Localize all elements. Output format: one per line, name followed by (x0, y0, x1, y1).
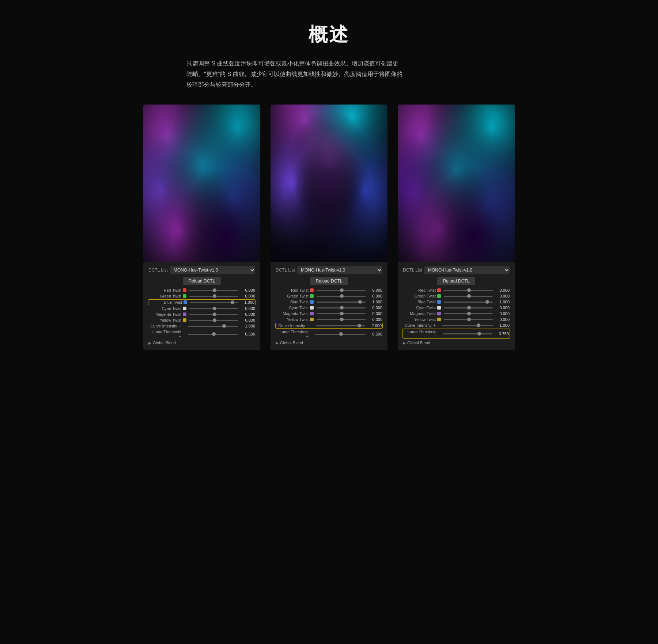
param-label: Magenta Twist (148, 312, 181, 317)
param-row-luma-threshold-2: Luma Threshold + 0.500 (276, 330, 382, 338)
param-row-curve-intensity-2: Curve Intensity + 2.000 (276, 323, 382, 328)
slider-track[interactable] (189, 290, 238, 291)
param-row-red-twist-1: Red Twist 0.000 (148, 288, 255, 292)
slider-track[interactable] (443, 333, 492, 334)
reload-dctl-btn-3[interactable]: Reload DCTL (437, 277, 476, 285)
blue-swatch-3 (437, 300, 441, 304)
reload-dctl-btn-2[interactable]: Reload DCTL (310, 277, 348, 285)
controls-panel-1: DCTL List MONO-Hue-Twist-v1.0 Reload DCT… (143, 262, 260, 350)
slider-track[interactable] (188, 326, 238, 327)
slider-track[interactable] (317, 319, 366, 320)
param-row-magenta-twist-2: Magenta Twist 0.000 (276, 311, 382, 316)
dctl-row-3: DCTL List MONO-Hue-Twist-v1.0 (403, 266, 510, 274)
param-value: 0.000 (368, 294, 382, 298)
param-label: Magenta Twist (403, 311, 436, 316)
param-row-red-twist-2: Red Twist 0.000 (276, 288, 382, 292)
param-label: Blue Twist (149, 300, 182, 304)
page-container: 概述 只需调整 S 曲线强度滑块即可增强或最小化整体色调扭曲效果。增加该值可创建… (128, 0, 530, 379)
header-section: 概述 只需调整 S 曲线强度滑块即可增强或最小化整体色调扭曲效果。增加该值可创建… (143, 22, 515, 90)
global-blend-row-1[interactable]: ▶ Global Blend (148, 341, 255, 345)
slider-track[interactable] (444, 319, 493, 320)
color-preview-2 (271, 105, 387, 262)
param-label: Curve Intensity + (276, 323, 309, 328)
param-label: Green Twist (403, 294, 436, 298)
param-value: 0.000 (241, 306, 255, 311)
chevron-right-icon: ▶ (403, 341, 406, 345)
slider-track[interactable] (444, 296, 493, 297)
param-row-green-twist-2: Green Twist 0.000 (276, 294, 382, 298)
param-value: 0.000 (368, 306, 382, 310)
slider-track[interactable] (189, 314, 238, 315)
param-value: 0.000 (368, 288, 382, 292)
param-label: Luma Threshold + (276, 330, 309, 338)
page-title: 概述 (143, 22, 515, 48)
global-blend-label: Global Blend (407, 341, 430, 345)
panel-3: DCTL List MONO-Hue-Twist-v1.0 Reload DCT… (398, 105, 515, 350)
red-swatch-2 (310, 288, 314, 292)
svg-rect-23 (398, 105, 515, 262)
param-row-curve-intensity-3: Curve Intensity + 1.000 (403, 323, 510, 327)
param-value: 0.000 (496, 306, 510, 310)
color-preview-3 (398, 105, 515, 262)
param-label: Luma Threshold + (404, 329, 436, 338)
yellow-swatch-2 (310, 318, 314, 321)
param-value: 0.000 (496, 311, 510, 316)
slider-track[interactable] (317, 296, 366, 297)
param-label: Cyan Twist (403, 306, 436, 310)
yellow-swatch-3 (437, 318, 441, 321)
slider-track[interactable] (444, 307, 493, 308)
slider-track[interactable] (189, 296, 238, 297)
param-row-blue-twist-1: Blue Twist 1.000 (148, 300, 255, 305)
slider-track[interactable] (315, 334, 366, 335)
red-swatch-1 (183, 288, 186, 292)
reload-dctl-btn-1[interactable]: Reload DCTL (183, 277, 221, 285)
slider-track[interactable] (190, 302, 238, 303)
chevron-right-icon: ▶ (276, 341, 279, 345)
slider-track[interactable] (444, 290, 493, 291)
param-value: 0.000 (496, 288, 510, 292)
param-row-magenta-twist-3: Magenta Twist 0.000 (403, 311, 510, 316)
slider-track[interactable] (189, 320, 238, 321)
slider-track[interactable] (317, 302, 366, 303)
cyan-swatch-1 (183, 307, 186, 310)
param-row-red-twist-3: Red Twist 0.000 (403, 288, 510, 292)
controls-panel-3: DCTL List MONO-Hue-Twist-v1.0 Reload DCT… (398, 262, 515, 350)
slider-track[interactable] (444, 313, 493, 314)
slider-track[interactable] (188, 334, 238, 335)
slider-track[interactable] (316, 325, 365, 326)
blue-swatch-1 (184, 300, 187, 304)
slider-track[interactable] (442, 325, 493, 326)
svg-rect-7 (143, 105, 260, 262)
dctl-select-3[interactable]: MONO-Hue-Twist-v1.0 (424, 266, 510, 274)
dctl-select-2[interactable]: MONO-Hue-Twist-v1.0 (297, 266, 382, 274)
slider-track[interactable] (317, 307, 366, 308)
param-row-yellow-twist-3: Yellow Twist 0.000 (403, 317, 510, 322)
dctl-select-1[interactable]: MONO-Hue-Twist-v1.0 (170, 266, 255, 274)
slider-track[interactable] (189, 308, 238, 309)
param-label: Luma Threshold + (148, 330, 181, 338)
param-row-cyan-twist-2: Cyan Twist 0.000 (276, 306, 382, 310)
param-label: Green Twist (276, 294, 309, 298)
param-label: Cyan Twist (276, 306, 309, 310)
param-label: Blue Twist (403, 300, 436, 304)
param-row-luma-threshold-3: Luma Threshold + 0.750 (403, 329, 510, 338)
param-value: 0.000 (496, 294, 510, 298)
param-label: Curve Intensity + (403, 323, 436, 327)
param-value: 1.000 (241, 300, 254, 304)
color-preview-1 (143, 105, 260, 262)
param-value: 0.000 (241, 288, 255, 292)
param-row-green-twist-1: Green Twist 0.000 (148, 294, 255, 298)
slider-track[interactable] (444, 302, 493, 303)
param-label: Blue Twist (276, 300, 309, 304)
global-blend-row-2[interactable]: ▶ Global Blend (276, 341, 382, 345)
slider-track[interactable] (317, 313, 366, 314)
global-blend-label: Global Blend (280, 341, 303, 345)
param-value: 0.000 (368, 317, 382, 322)
global-blend-row-3[interactable]: ▶ Global Blend (403, 341, 510, 345)
param-row-yellow-twist-1: Yellow Twist 0.000 (148, 318, 255, 322)
cyan-swatch-3 (437, 306, 441, 310)
slider-track[interactable] (317, 290, 366, 291)
param-value: 0.000 (496, 317, 510, 322)
param-value: 1.000 (241, 324, 255, 328)
red-swatch-3 (437, 288, 441, 292)
